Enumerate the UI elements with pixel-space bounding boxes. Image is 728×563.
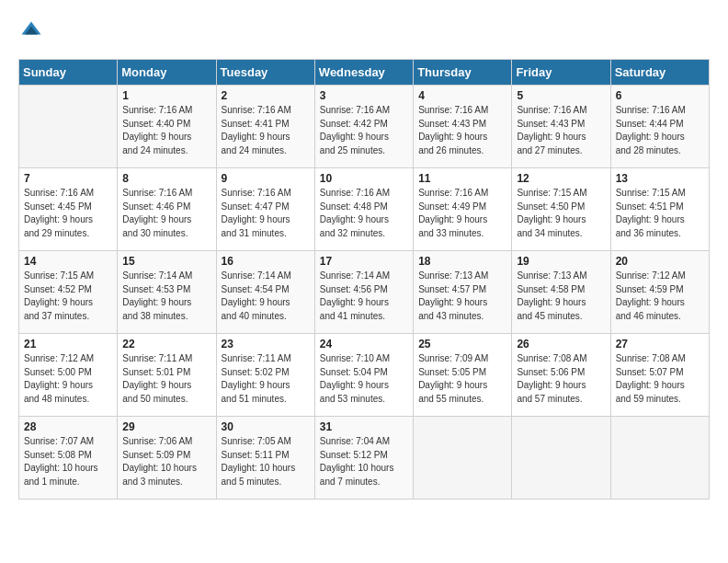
- calendar-cell: 20Sunrise: 7:12 AM Sunset: 4:59 PM Dayli…: [610, 251, 709, 334]
- calendar-cell: 26Sunrise: 7:08 AM Sunset: 5:06 PM Dayli…: [512, 334, 610, 417]
- day-info: Sunrise: 7:16 AM Sunset: 4:41 PM Dayligh…: [222, 104, 310, 157]
- day-number: 1: [122, 89, 210, 102]
- calendar-cell: 31Sunrise: 7:04 AM Sunset: 5:12 PM Dayli…: [314, 417, 413, 500]
- day-info: Sunrise: 7:08 AM Sunset: 5:06 PM Dayligh…: [517, 352, 605, 406]
- day-number: 15: [122, 255, 210, 268]
- calendar-week-row: 14Sunrise: 7:15 AM Sunset: 4:52 PM Dayli…: [19, 251, 710, 334]
- calendar-cell: 5Sunrise: 7:16 AM Sunset: 4:43 PM Daylig…: [512, 86, 610, 168]
- day-number: 20: [616, 255, 704, 268]
- day-info: Sunrise: 7:09 AM Sunset: 5:05 PM Dayligh…: [418, 352, 506, 406]
- calendar-cell: 4Sunrise: 7:16 AM Sunset: 4:43 PM Daylig…: [414, 86, 512, 168]
- logo-icon: [18, 18, 44, 44]
- day-info: Sunrise: 7:16 AM Sunset: 4:47 PM Dayligh…: [222, 187, 310, 240]
- calendar-cell: 29Sunrise: 7:06 AM Sunset: 5:09 PM Dayli…: [118, 417, 216, 500]
- calendar-cell: 9Sunrise: 7:16 AM Sunset: 4:47 PM Daylig…: [216, 168, 314, 251]
- day-number: 11: [418, 172, 506, 185]
- calendar-cell: 16Sunrise: 7:14 AM Sunset: 4:54 PM Dayli…: [216, 251, 314, 334]
- day-number: 4: [418, 89, 506, 102]
- calendar-cell: 28Sunrise: 7:07 AM Sunset: 5:08 PM Dayli…: [19, 417, 118, 500]
- calendar-cell: 25Sunrise: 7:09 AM Sunset: 5:05 PM Dayli…: [414, 334, 512, 417]
- calendar-week-row: 7Sunrise: 7:16 AM Sunset: 4:45 PM Daylig…: [19, 168, 710, 251]
- day-number: 9: [222, 172, 310, 185]
- calendar-cell: 7Sunrise: 7:16 AM Sunset: 4:45 PM Daylig…: [19, 168, 118, 251]
- page-header: [18, 18, 710, 44]
- day-info: Sunrise: 7:11 AM Sunset: 5:02 PM Dayligh…: [222, 352, 310, 406]
- calendar-header-row: SundayMondayTuesdayWednesdayThursdayFrid…: [19, 60, 710, 86]
- calendar-cell: 18Sunrise: 7:13 AM Sunset: 4:57 PM Dayli…: [414, 251, 512, 334]
- day-number: 10: [320, 172, 408, 185]
- calendar-cell: 2Sunrise: 7:16 AM Sunset: 4:41 PM Daylig…: [216, 86, 314, 168]
- day-info: Sunrise: 7:16 AM Sunset: 4:42 PM Dayligh…: [320, 104, 408, 157]
- day-info: Sunrise: 7:12 AM Sunset: 4:59 PM Dayligh…: [616, 270, 704, 323]
- day-info: Sunrise: 7:16 AM Sunset: 4:40 PM Dayligh…: [122, 104, 210, 157]
- calendar-cell: 22Sunrise: 7:11 AM Sunset: 5:01 PM Dayli…: [118, 334, 216, 417]
- day-number: 24: [320, 338, 408, 350]
- day-number: 5: [517, 89, 605, 102]
- calendar-cell: 10Sunrise: 7:16 AM Sunset: 4:48 PM Dayli…: [314, 168, 413, 251]
- calendar-cell: 14Sunrise: 7:15 AM Sunset: 4:52 PM Dayli…: [19, 251, 118, 334]
- logo: [18, 18, 48, 44]
- day-header-monday: Monday: [118, 60, 216, 86]
- calendar-cell: 23Sunrise: 7:11 AM Sunset: 5:02 PM Dayli…: [216, 334, 314, 417]
- day-number: 23: [222, 338, 310, 350]
- calendar-week-row: 21Sunrise: 7:12 AM Sunset: 5:00 PM Dayli…: [19, 334, 710, 417]
- calendar-cell: 24Sunrise: 7:10 AM Sunset: 5:04 PM Dayli…: [314, 334, 413, 417]
- day-info: Sunrise: 7:06 AM Sunset: 5:09 PM Dayligh…: [122, 435, 210, 488]
- day-info: Sunrise: 7:16 AM Sunset: 4:48 PM Dayligh…: [320, 187, 408, 240]
- day-number: 21: [24, 338, 112, 350]
- calendar-cell: 1Sunrise: 7:16 AM Sunset: 4:40 PM Daylig…: [118, 86, 216, 168]
- day-info: Sunrise: 7:14 AM Sunset: 4:53 PM Dayligh…: [122, 270, 210, 323]
- day-number: 28: [24, 420, 112, 433]
- day-info: Sunrise: 7:16 AM Sunset: 4:43 PM Dayligh…: [418, 104, 506, 157]
- day-number: 25: [418, 338, 506, 350]
- day-info: Sunrise: 7:16 AM Sunset: 4:43 PM Dayligh…: [517, 104, 605, 157]
- day-info: Sunrise: 7:15 AM Sunset: 4:52 PM Dayligh…: [24, 270, 112, 323]
- day-header-friday: Friday: [512, 60, 610, 86]
- calendar-cell: 13Sunrise: 7:15 AM Sunset: 4:51 PM Dayli…: [610, 168, 709, 251]
- day-info: Sunrise: 7:05 AM Sunset: 5:11 PM Dayligh…: [222, 435, 310, 488]
- day-header-saturday: Saturday: [610, 60, 709, 86]
- day-number: 13: [616, 172, 704, 185]
- day-info: Sunrise: 7:16 AM Sunset: 4:45 PM Dayligh…: [24, 187, 112, 240]
- day-info: Sunrise: 7:12 AM Sunset: 5:00 PM Dayligh…: [24, 352, 112, 406]
- day-info: Sunrise: 7:14 AM Sunset: 4:54 PM Dayligh…: [222, 270, 310, 323]
- day-header-sunday: Sunday: [19, 60, 118, 86]
- day-number: 7: [24, 172, 112, 185]
- day-number: 29: [122, 420, 210, 433]
- day-number: 2: [222, 89, 310, 102]
- day-number: 27: [616, 338, 704, 350]
- day-info: Sunrise: 7:10 AM Sunset: 5:04 PM Dayligh…: [320, 352, 408, 406]
- day-number: 31: [320, 420, 408, 433]
- day-number: 22: [122, 338, 210, 350]
- day-info: Sunrise: 7:04 AM Sunset: 5:12 PM Dayligh…: [320, 435, 408, 488]
- day-number: 12: [517, 172, 605, 185]
- day-info: Sunrise: 7:08 AM Sunset: 5:07 PM Dayligh…: [616, 352, 704, 406]
- calendar-cell: 6Sunrise: 7:16 AM Sunset: 4:44 PM Daylig…: [610, 86, 709, 168]
- calendar-cell: 19Sunrise: 7:13 AM Sunset: 4:58 PM Dayli…: [512, 251, 610, 334]
- calendar-cell: 11Sunrise: 7:16 AM Sunset: 4:49 PM Dayli…: [414, 168, 512, 251]
- calendar-cell: 30Sunrise: 7:05 AM Sunset: 5:11 PM Dayli…: [216, 417, 314, 500]
- day-info: Sunrise: 7:07 AM Sunset: 5:08 PM Dayligh…: [24, 435, 112, 488]
- day-number: 3: [320, 89, 408, 102]
- calendar-cell: [610, 417, 709, 500]
- day-header-wednesday: Wednesday: [314, 60, 413, 86]
- day-header-tuesday: Tuesday: [216, 60, 314, 86]
- day-info: Sunrise: 7:13 AM Sunset: 4:58 PM Dayligh…: [517, 270, 605, 323]
- calendar-cell: 15Sunrise: 7:14 AM Sunset: 4:53 PM Dayli…: [118, 251, 216, 334]
- calendar-cell: [19, 86, 118, 168]
- day-info: Sunrise: 7:14 AM Sunset: 4:56 PM Dayligh…: [320, 270, 408, 323]
- day-number: 8: [122, 172, 210, 185]
- calendar-cell: [512, 417, 610, 500]
- calendar-cell: 8Sunrise: 7:16 AM Sunset: 4:46 PM Daylig…: [118, 168, 216, 251]
- calendar-cell: 3Sunrise: 7:16 AM Sunset: 4:42 PM Daylig…: [314, 86, 413, 168]
- day-number: 30: [222, 420, 310, 433]
- day-number: 19: [517, 255, 605, 268]
- day-header-thursday: Thursday: [414, 60, 512, 86]
- calendar-week-row: 1Sunrise: 7:16 AM Sunset: 4:40 PM Daylig…: [19, 86, 710, 168]
- calendar-cell: 27Sunrise: 7:08 AM Sunset: 5:07 PM Dayli…: [610, 334, 709, 417]
- day-number: 6: [616, 89, 704, 102]
- day-number: 16: [222, 255, 310, 268]
- day-number: 14: [24, 255, 112, 268]
- day-number: 18: [418, 255, 506, 268]
- day-info: Sunrise: 7:13 AM Sunset: 4:57 PM Dayligh…: [418, 270, 506, 323]
